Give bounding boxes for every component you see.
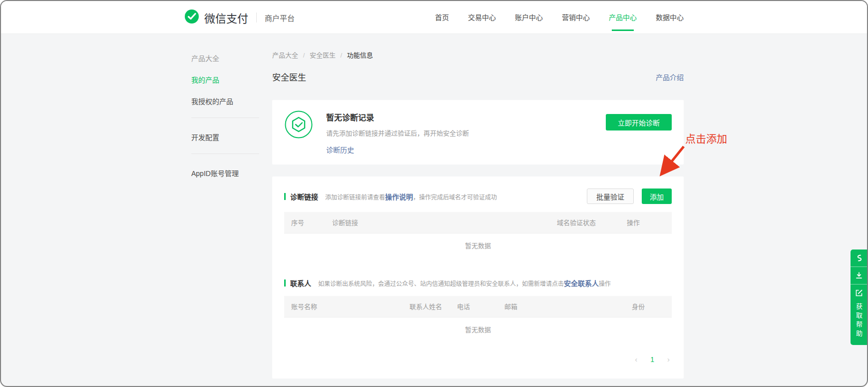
brand-name: 微信支付: [204, 10, 248, 26]
links-empty-text: 暂无数据: [284, 233, 672, 257]
top-nav: 首页 交易中心 账户中心 营销中心 产品中心 数据中心: [435, 1, 684, 34]
pagination-next-icon[interactable]: ›: [667, 355, 670, 364]
links-section-title: 诊断链接: [290, 192, 318, 202]
nav-product-center[interactable]: 产品中心: [609, 1, 637, 34]
column-identity: 身份: [625, 296, 672, 317]
sidebar-divider: [191, 118, 259, 118]
breadcrumb: 产品大全 / 安全医生 / 功能信息: [272, 50, 684, 60]
column-account-name: 账号名称: [284, 296, 403, 317]
contacts-empty-text: 暂无数据: [284, 317, 672, 341]
page-body: 产品大全 我的产品 我授权的产品 开发配置 AppID账号管理 产品大全 / 安…: [1, 34, 867, 387]
breadcrumb-security-doctor[interactable]: 安全医生: [310, 52, 336, 59]
links-section-description: 添加诊断链接前请查看操作说明，操作完成后域名才可验证成功: [325, 192, 497, 202]
contacts-table-empty-row: 暂无数据: [284, 317, 672, 341]
links-desc-prefix: 添加诊断链接前请查看: [325, 194, 385, 201]
sidebar-item-appid-management[interactable]: AppID账号管理: [191, 168, 266, 178]
click-add-annotation: 点击添加: [685, 130, 727, 146]
pagination-prev-icon[interactable]: ‹: [635, 355, 637, 364]
status-title: 暂无诊断记录: [326, 111, 469, 123]
page-title: 安全医生: [272, 70, 306, 83]
breadcrumb-separator: /: [303, 52, 305, 59]
nav-account-center[interactable]: 账户中心: [515, 1, 543, 34]
start-diagnosis-button[interactable]: 立即开始诊断: [606, 114, 672, 130]
get-help-button[interactable]: 获取帮助: [851, 284, 867, 345]
sidebar: 产品大全 我的产品 我授权的产品 开发配置 AppID账号管理: [184, 34, 266, 387]
add-link-button[interactable]: 添加: [642, 188, 672, 204]
logo-group: 微信支付 商户平台: [184, 9, 295, 26]
contacts-section-description: 如果诊断出系统风险，会通过公众号、站内信通知超级管理员和安全联系人，如需新增请点…: [318, 278, 611, 288]
column-domain-verify-status: 域名验证状态: [550, 212, 620, 233]
contacts-table: 账号名称 联系人姓名 电话 邮箱 身份 暂无数据: [284, 296, 672, 341]
column-serial: 序号: [284, 212, 325, 233]
wechat-pay-logo-icon: [184, 9, 199, 26]
sidebar-item-dev-config[interactable]: 开发配置: [191, 132, 266, 142]
section-accent-bar: [284, 193, 286, 200]
pagination: ‹ 1 ›: [284, 355, 672, 364]
edit-icon: [855, 289, 863, 299]
breadcrumb-all-products[interactable]: 产品大全: [272, 52, 298, 59]
platform-name: 商户平台: [265, 12, 295, 23]
main-content: 产品大全 / 安全医生 / 功能信息 安全医生 产品介绍: [272, 34, 684, 387]
contacts-section-title: 联系人: [290, 278, 311, 288]
floating-help-toolbar: 获取帮助: [851, 250, 867, 345]
breadcrumb-separator: /: [341, 52, 343, 59]
links-desc-suffix: ，操作完成后域名才可验证成功: [413, 194, 497, 201]
diagnosis-history-link[interactable]: 诊断历史: [326, 144, 354, 154]
pagination-page-1[interactable]: 1: [650, 356, 654, 364]
link-icon[interactable]: [851, 250, 867, 267]
download-icon[interactable]: [851, 267, 867, 284]
column-contact-name: 联系人姓名: [403, 296, 450, 317]
sidebar-item-my-products[interactable]: 我的产品: [191, 74, 266, 84]
get-help-label: 获取帮助: [856, 303, 862, 339]
sidebar-item-all-products[interactable]: 产品大全: [191, 53, 266, 63]
shield-check-icon: [284, 110, 313, 139]
operation-guide-link[interactable]: 操作说明: [385, 193, 413, 201]
security-contact-link[interactable]: 安全联系人: [564, 280, 599, 288]
batch-verify-button[interactable]: 批量验证: [587, 188, 634, 204]
links-table-empty-row: 暂无数据: [284, 233, 672, 257]
nav-data-center[interactable]: 数据中心: [656, 1, 684, 34]
diagnosis-status-card: 暂无诊断记录 请先添加诊断链接并通过验证后，再开始安全诊断 诊断历史 立即开始诊…: [272, 100, 684, 164]
sidebar-item-authorized-products[interactable]: 我授权的产品: [191, 96, 266, 106]
links-section-header: 诊断链接 添加诊断链接前请查看操作说明，操作完成后域名才可验证成功 批量验证 添…: [284, 188, 672, 204]
main-card: 诊断链接 添加诊断链接前请查看操作说明，操作完成后域名才可验证成功 批量验证 添…: [272, 176, 684, 378]
column-email: 邮箱: [497, 296, 625, 317]
contacts-desc-suffix: 操作: [599, 280, 611, 288]
links-table-header-row: 序号 诊断链接 域名验证状态 操作: [284, 212, 672, 233]
column-diagnostic-link: 诊断链接: [325, 212, 550, 233]
contacts-section-header: 联系人 如果诊断出系统风险，会通过公众号、站内信通知超级管理员和安全联系人，如需…: [284, 278, 672, 288]
section-accent-bar: [284, 280, 286, 286]
nav-transaction-center[interactable]: 交易中心: [468, 1, 496, 34]
browser-frame: 微信支付 商户平台 首页 交易中心 账户中心 营销中心 产品中心 数据中心 产品…: [0, 0, 868, 387]
sidebar-divider: [191, 154, 259, 154]
top-header: 微信支付 商户平台 首页 交易中心 账户中心 营销中心 产品中心 数据中心: [1, 1, 867, 34]
status-description: 请先添加诊断链接并通过验证后，再开始安全诊断: [326, 128, 469, 138]
column-operation: 操作: [620, 212, 672, 233]
breadcrumb-feature-info: 功能信息: [347, 52, 373, 59]
diagnostic-links-table: 序号 诊断链接 域名验证状态 操作 暂无数据: [284, 212, 672, 257]
header-divider: [256, 12, 257, 22]
contacts-desc-prefix: 如果诊断出系统风险，会通过公众号、站内信通知超级管理员和安全联系人，如需新增请点…: [318, 280, 564, 288]
contacts-table-header-row: 账号名称 联系人姓名 电话 邮箱 身份: [284, 296, 672, 317]
column-phone: 电话: [450, 296, 497, 317]
product-intro-link[interactable]: 产品介绍: [656, 72, 684, 82]
nav-marketing-center[interactable]: 营销中心: [562, 1, 590, 34]
nav-home[interactable]: 首页: [435, 1, 449, 34]
